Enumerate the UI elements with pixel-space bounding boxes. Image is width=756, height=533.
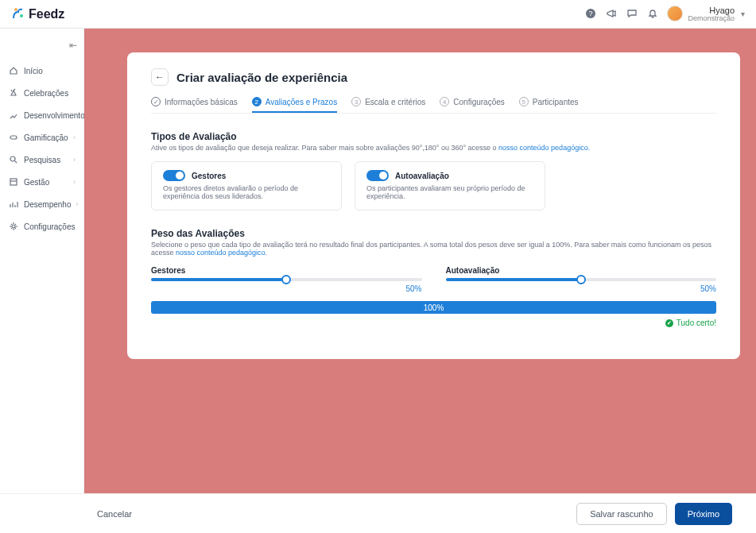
weights-title: Peso das Avaliações: [151, 228, 716, 239]
sidebar-item-label: Gamificação: [24, 133, 68, 142]
sidebar-item-label: Celebrações: [24, 89, 76, 98]
sidebar-item-growth[interactable]: Desenvolvimento›: [0, 105, 83, 126]
step-3[interactable]: 3Escala e critérios: [351, 97, 425, 113]
search-icon: [8, 154, 19, 165]
svg-point-7: [12, 225, 15, 228]
brand-name: Feedz: [29, 7, 64, 21]
sidebar-item-game[interactable]: Gamificação›: [0, 127, 83, 148]
step-number-icon: 2: [252, 97, 262, 106]
slider-thumb[interactable]: [576, 275, 586, 284]
sidebar-item-search[interactable]: Pesquisas›: [0, 149, 83, 170]
user-text: Hyago Demonstração: [688, 6, 735, 23]
sidebar-item-perf[interactable]: Desempenho›: [0, 194, 83, 214]
types-desc: Ative os tipos de avaliação que deseja r…: [151, 144, 716, 152]
feedz-logomark-icon: [11, 7, 25, 21]
eval-card-desc: Os participantes avaliaram seu próprio p…: [366, 184, 533, 200]
collapse-sidebar-icon[interactable]: ⇤: [69, 40, 77, 51]
back-button[interactable]: ←: [151, 68, 169, 86]
caret-down-icon: ▾: [741, 10, 745, 18]
types-desc-link[interactable]: nosso conteúdo pedagógico.: [498, 144, 590, 152]
total-value: 100%: [424, 303, 444, 312]
status-text: Tudo certo!: [677, 319, 716, 327]
slider-fill: [446, 278, 581, 281]
chevron-right-icon: ›: [76, 200, 78, 208]
manage-icon: [8, 176, 19, 187]
step-number-icon: 4: [440, 97, 449, 106]
step-number-icon: 3: [351, 97, 361, 106]
step-check-icon: [151, 97, 161, 106]
page-title: Criar avaliação de experiência: [176, 71, 347, 84]
chevron-right-icon: ›: [73, 178, 76, 186]
main-canvas: ← Criar avaliação de experiência Informa…: [84, 29, 756, 493]
slider-thumb[interactable]: [281, 275, 291, 284]
eval-card-0: GestoresOs gestores diretos avaliarão o …: [151, 161, 342, 210]
toggle-0[interactable]: [163, 170, 185, 181]
step-2[interactable]: 2Avaliações e Prazos: [252, 97, 337, 113]
user-subtitle: Demonstração: [688, 15, 735, 23]
perf-icon: [8, 199, 19, 210]
sidebar-item-label: Início: [24, 67, 76, 75]
home-icon: [8, 65, 19, 76]
save-draft-button[interactable]: Salvar rascunho: [576, 503, 667, 525]
step-label: Avaliações e Prazos: [266, 98, 337, 106]
slider-fill: [151, 278, 286, 281]
svg-text:?: ?: [589, 10, 593, 17]
megaphone-icon[interactable]: [605, 7, 618, 20]
slider-value: 50%: [151, 284, 422, 293]
game-icon: [8, 132, 19, 143]
step-1[interactable]: Informações básicas: [151, 97, 238, 113]
eval-card-title: Gestores: [192, 172, 226, 180]
growth-icon: [8, 110, 19, 121]
help-icon[interactable]: ?: [584, 7, 597, 20]
eval-cards: GestoresOs gestores diretos avaliarão o …: [151, 161, 716, 210]
sidebar-item-home[interactable]: Início: [0, 60, 83, 81]
step-label: Informações básicas: [165, 98, 238, 106]
bottombar-right: Salvar rascunho Próximo: [576, 503, 732, 525]
weights-desc-link[interactable]: nosso conteúdo pedagógico.: [176, 249, 267, 257]
weight-col-1: Autoavaliação50%: [446, 266, 717, 293]
svg-rect-6: [10, 179, 17, 185]
slider-0[interactable]: [151, 278, 422, 281]
step-label: Participantes: [533, 98, 579, 106]
next-button[interactable]: Próximo: [675, 503, 732, 525]
weight-col-0: Gestores50%: [151, 266, 422, 293]
step-4[interactable]: 4Configurações: [440, 97, 504, 113]
eval-card-title: Autoavaliação: [395, 172, 449, 180]
slider-value: 50%: [446, 284, 717, 293]
form-card: ← Criar avaliação de experiência Informa…: [127, 52, 740, 359]
slider-track: [446, 278, 717, 281]
svg-rect-4: [10, 136, 17, 139]
weight-label: Autoavaliação: [446, 266, 717, 275]
slider-1[interactable]: [446, 278, 717, 281]
weight-label: Gestores: [151, 266, 422, 275]
slider-track: [151, 278, 422, 281]
step-5[interactable]: 5Participantes: [519, 97, 579, 113]
user-menu[interactable]: Hyago Demonstração ▾: [667, 6, 745, 23]
sidebar-item-label: Desempenho: [24, 200, 71, 209]
sidebar-item-party[interactable]: Celebrações: [0, 83, 83, 103]
svg-point-1: [20, 14, 23, 17]
cancel-button[interactable]: Cancelar: [84, 504, 145, 524]
bell-icon[interactable]: [646, 7, 659, 20]
brand-logo[interactable]: Feedz: [11, 7, 64, 21]
chevron-right-icon: ›: [73, 133, 76, 141]
total-bar: 100%: [151, 301, 716, 314]
sidebar-item-label: Pesquisas: [24, 156, 68, 164]
sidebar-item-label: Gestão: [24, 178, 68, 187]
step-label: Escala e critérios: [365, 98, 425, 106]
avatar: [667, 6, 683, 21]
sidebar-item-manage[interactable]: Gestão›: [0, 172, 83, 192]
chat-icon[interactable]: [626, 7, 638, 20]
weights-desc: Selecione o peso que cada tipo de avalia…: [151, 241, 716, 257]
chevron-right-icon: ›: [73, 156, 76, 164]
nav: InícioCelebraçõesDesenvolvimento›Gamific…: [0, 60, 83, 237]
topbar-actions: ? Hyago Demonstração ▾: [584, 6, 745, 23]
types-title: Tipos de Avaliação: [151, 131, 716, 142]
sidebar-item-gear[interactable]: Configurações: [0, 216, 83, 237]
toggle-1[interactable]: [366, 170, 389, 181]
status-ok: Tudo certo!: [151, 319, 716, 327]
eval-card-head: Autoavaliação: [366, 170, 533, 181]
layout: ⇤ InícioCelebraçõesDesenvolvimento›Gamif…: [0, 29, 756, 493]
topbar: Feedz ? Hyago Demonstração ▾: [0, 0, 756, 29]
svg-point-0: [14, 8, 17, 11]
